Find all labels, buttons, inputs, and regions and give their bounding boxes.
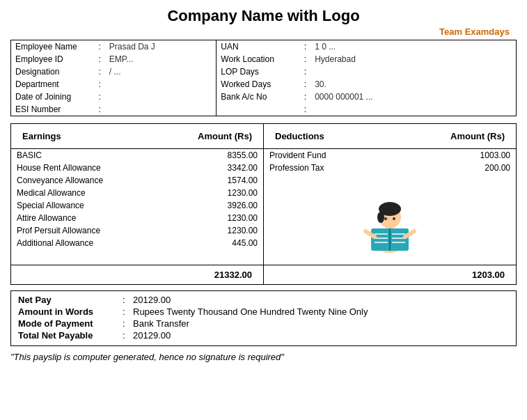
earnings-item-name: Additional Allowance	[11, 237, 164, 249]
team-name: Team Examdays	[10, 26, 517, 37]
deductions-total-value: 1203.00	[318, 267, 510, 282]
net-pay-section: Net Pay : 20129.00 Amount in Words : Rup…	[10, 290, 517, 346]
earnings-row: Conveyance Allowance 1574.00	[11, 174, 263, 187]
info-right-label	[217, 103, 300, 116]
net-pay-colon: :	[123, 318, 133, 329]
earnings-body: BASIC 8355.00 House Rent Allowance 3342.…	[11, 149, 264, 265]
deductions-row: Profession Tax 200.00	[264, 162, 516, 174]
info-right-value: Hyderabad	[310, 53, 516, 65]
svg-point-12	[384, 217, 387, 220]
company-name: Company Name with Logo	[10, 7, 517, 25]
net-pay-label: Total Net Payable	[18, 330, 123, 341]
earnings-row: Special Allowance 3926.00	[11, 199, 263, 212]
net-pay-row: Mode of Payment : Bank Transfer	[18, 318, 509, 329]
net-pay-row: Total Net Payable : 20129.00	[18, 330, 509, 341]
info-left-colon: :	[95, 40, 105, 54]
deductions-body: Provident Fund 1003.00 Profession Tax 20…	[264, 149, 517, 265]
info-right-label: UAN	[217, 40, 300, 54]
info-left-label: Designation	[11, 65, 95, 78]
info-left-colon: :	[95, 103, 105, 116]
info-right-label: Work Location	[217, 53, 300, 65]
info-right-colon: :	[300, 65, 310, 78]
deductions-total-label	[269, 267, 318, 282]
earnings-amount-header: Amount (Rs)	[121, 127, 258, 145]
info-right-colon: :	[300, 91, 310, 103]
info-right-label: Bank A/c No	[217, 91, 300, 103]
info-right-value: 0000 000001 ...	[310, 91, 516, 103]
info-left-value	[105, 91, 217, 103]
earnings-item-amount: 3342.00	[164, 162, 263, 174]
earnings-total-cell: 21332.00	[11, 265, 264, 285]
earnings-item-name: BASIC	[11, 149, 164, 162]
net-pay-colon: :	[123, 330, 133, 341]
earnings-header: Earnings Amount (Rs)	[11, 124, 264, 149]
earnings-item-amount: 1574.00	[164, 174, 263, 187]
info-left-label: Employee Name	[11, 40, 95, 54]
earnings-item-name: Attire Allowance	[11, 212, 164, 224]
info-left-label: Date of Joining	[11, 91, 95, 103]
info-left-colon: :	[95, 78, 105, 91]
earnings-item-name: House Rent Allowance	[11, 162, 164, 174]
earnings-item-name: Conveyance Allowance	[11, 174, 164, 187]
svg-point-11	[377, 212, 384, 223]
earnings-row: Prof Persuit Allowance 1230.00	[11, 224, 263, 237]
deductions-item-amount: 1003.00	[375, 149, 516, 162]
info-right-value: 30.	[310, 78, 516, 91]
deductions-total-cell: 1203.00	[264, 265, 517, 285]
info-right-label: Worked Days	[217, 78, 300, 91]
net-pay-row: Amount in Words : Rupees Twenty Thousand…	[18, 306, 509, 317]
earnings-row: Medical Allowance 1230.00	[11, 187, 263, 199]
earnings-row: BASIC 8355.00	[11, 149, 263, 162]
earnings-row: Additional Allowance 445.00	[11, 237, 263, 249]
net-pay-label: Amount in Words	[18, 306, 123, 317]
info-right-value	[310, 65, 516, 78]
footer-note: "This payslip is computer generated, hen…	[10, 352, 517, 362]
net-pay-value: 20129.00	[133, 295, 509, 305]
reading-figure	[264, 174, 516, 265]
earnings-total-value: 21332.00	[61, 267, 258, 282]
net-pay-colon: :	[123, 306, 133, 317]
info-left-value: Prasad Da J	[105, 40, 217, 54]
earnings-item-amount: 1230.00	[164, 224, 263, 237]
deductions-label: Deductions	[269, 127, 385, 145]
svg-point-13	[393, 217, 395, 220]
info-right-label: LOP Days	[217, 65, 300, 78]
info-left-value: EMP...	[105, 53, 217, 65]
info-right-colon: :	[300, 53, 310, 65]
deductions-header: Deductions Amount (Rs)	[264, 124, 517, 149]
earnings-item-amount: 445.00	[164, 237, 263, 249]
info-right-value: 1 0 ...	[310, 40, 516, 54]
deductions-item-amount: 200.00	[375, 162, 516, 174]
info-left-colon: :	[95, 65, 105, 78]
info-left-label: Employee ID	[11, 53, 95, 65]
net-pay-value: 20129.00	[133, 330, 509, 341]
net-pay-value: Bank Transfer	[133, 318, 509, 329]
earnings-item-amount: 1230.00	[164, 212, 263, 224]
info-left-colon: :	[95, 53, 105, 65]
earnings-item-amount: 1230.00	[164, 187, 263, 199]
net-pay-value: Rupees Twenty Thousand One Hundred Twent…	[133, 306, 509, 317]
earnings-item-name: Special Allowance	[11, 199, 164, 212]
net-pay-label: Mode of Payment	[18, 318, 123, 329]
earnings-item-name: Medical Allowance	[11, 187, 164, 199]
deductions-items-table: Provident Fund 1003.00 Profession Tax 20…	[264, 149, 516, 174]
info-left-value	[105, 103, 217, 116]
header-section: Company Name with Logo Team Examdays	[10, 7, 517, 37]
net-pay-row: Net Pay : 20129.00	[18, 295, 509, 305]
earnings-items-table: BASIC 8355.00 House Rent Allowance 3342.…	[11, 149, 263, 249]
info-left-value	[105, 78, 217, 91]
info-right-colon: :	[300, 40, 310, 54]
info-left-label: Department	[11, 78, 95, 91]
net-pay-colon: :	[123, 295, 133, 305]
salary-split-table: Earnings Amount (Rs) Deductions Amount (…	[10, 123, 517, 285]
deductions-item-name: Provident Fund	[264, 149, 375, 162]
info-left-colon: :	[95, 91, 105, 103]
earnings-row: House Rent Allowance 3342.00	[11, 162, 263, 174]
earnings-total-label	[17, 267, 61, 282]
info-left-value: / ...	[105, 65, 217, 78]
deductions-row: Provident Fund 1003.00	[264, 149, 516, 162]
earnings-row: Attire Allowance 1230.00	[11, 212, 263, 224]
earnings-label: Earnings	[17, 127, 121, 145]
earnings-item-amount: 3926.00	[164, 199, 263, 212]
deductions-amount-header: Amount (Rs)	[385, 127, 510, 145]
